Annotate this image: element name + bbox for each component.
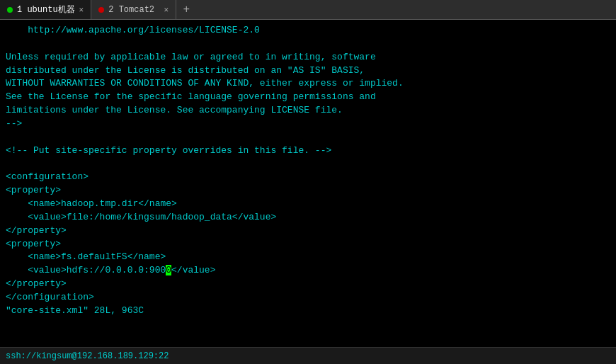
line-blank-3	[6, 157, 610, 171]
line-blank-1	[6, 38, 610, 51]
tab-bar: 1 ubuntu机器 ✕ 2 Tomcat2 ✕ +	[0, 0, 616, 20]
line-property-1-close: </property>	[6, 224, 610, 238]
tab-close-ubuntu[interactable]: ✕	[79, 5, 84, 14]
line-name-2: <name>fs.defaultFS</name>	[6, 251, 610, 264]
tab-dot-green	[7, 7, 13, 13]
ssh-status: ssh://kingsum@192.168.189.129:22	[6, 351, 169, 361]
line-property-2-open: <property>	[6, 238, 610, 251]
line-configuration-open: <configuration>	[6, 171, 610, 184]
tab-tomcat2-label: 2 Tomcat2	[108, 5, 154, 15]
terminal-cursor: 0	[166, 265, 171, 275]
tab-tomcat2[interactable]: 2 Tomcat2 ✕	[91, 0, 176, 19]
status-bar: ssh://kingsum@192.168.189.129:22	[0, 347, 616, 364]
tab-close-tomcat2[interactable]: ✕	[164, 5, 169, 14]
new-tab-button[interactable]: +	[176, 0, 196, 19]
tab-ubuntu[interactable]: 1 ubuntu机器 ✕	[0, 0, 91, 19]
line-value-1: <value>file:/home/kingsum/hadoop_data</v…	[6, 211, 610, 224]
line-1: http://www.apache.org/licenses/LICENSE-2…	[6, 24, 610, 38]
line-4: distributed under the License is distrib…	[6, 64, 610, 78]
tab-dot-red	[98, 7, 104, 13]
tab-ubuntu-label: 1 ubuntu机器	[17, 4, 75, 16]
line-blank-2	[6, 131, 610, 144]
line-configuration-close: </configuration>	[6, 291, 610, 305]
line-10: <!-- Put site-specific property override…	[6, 144, 610, 158]
line-5: WITHOUT WARRANTIES OR CONDITIONS OF ANY …	[6, 77, 610, 91]
line-value-2: <value>hdfs://0.0.0.0:9000</value>	[6, 264, 610, 278]
line-7: limitations under the License. See accom…	[6, 104, 610, 118]
line-3: Unless required by applicable law or agr…	[6, 51, 610, 64]
line-8: -->	[6, 118, 610, 131]
line-property-1-open: <property>	[6, 184, 610, 198]
line-6: See the License for the specific languag…	[6, 91, 610, 104]
line-name-1: <name>hadoop.tmp.dir</name>	[6, 198, 610, 211]
line-file-info: "core-site.xml" 28L, 963C	[6, 305, 610, 318]
terminal-area[interactable]: http://www.apache.org/licenses/LICENSE-2…	[0, 20, 616, 347]
line-property-2-close: </property>	[6, 278, 610, 291]
